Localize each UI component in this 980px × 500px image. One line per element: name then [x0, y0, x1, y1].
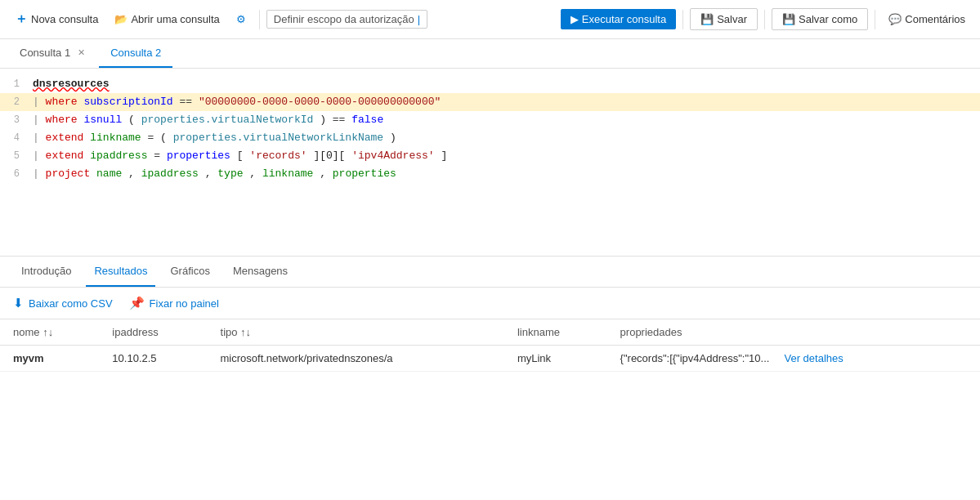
cell-propriedades-spacer — [772, 352, 781, 364]
tab-consulta2[interactable]: Consulta 2 — [99, 39, 172, 68]
col-header-nome[interactable]: nome ↑↓ — [0, 319, 99, 346]
download-csv-button[interactable]: ⬇ Baixar como CSV — [13, 296, 113, 310]
query-tabs-bar: Consulta 1 ✕ Consulta 2 — [0, 39, 980, 69]
settings-button[interactable]: ⚙ — [230, 10, 253, 29]
results-tab-graficos[interactable]: Gráficos — [162, 257, 217, 287]
editor-line-3: 3 | where isnull ( properties.virtualNet… — [0, 111, 980, 129]
proj-ipaddress: ipaddress — [141, 167, 199, 180]
keyword-false: false — [351, 114, 383, 126]
download-csv-label: Baixar como CSV — [29, 297, 113, 310]
pin-panel-button[interactable]: 📌 Fixar no painel — [129, 296, 219, 310]
results-tab-graficos-label: Gráficos — [170, 265, 209, 277]
col-header-ipaddress[interactable]: ipaddress — [99, 319, 207, 346]
table-row: myvm 10.10.2.5 microsoft.network/private… — [0, 346, 980, 372]
results-actions-bar: ⬇ Baixar como CSV 📌 Fixar no painel — [0, 288, 980, 319]
results-tab-resultados-label: Resultados — [94, 265, 147, 277]
open-query-button[interactable]: 📂 Abrir uma consulta — [108, 10, 226, 29]
proj-properties: properties — [333, 167, 396, 180]
keyword-subscriptionId: subscriptionId — [83, 96, 172, 108]
line-content-3: | where isnull ( properties.virtualNetwo… — [33, 111, 980, 129]
gear-icon: ⚙ — [236, 13, 246, 25]
cell-nome: myvm — [0, 346, 99, 372]
line-content-5: | extend ipaddress = properties [ 'recor… — [33, 147, 980, 165]
pin-panel-label: Fixar no painel — [150, 297, 219, 310]
str-ipv4: 'ipv4Address' — [351, 150, 434, 162]
toolbar-divider-4 — [875, 10, 875, 29]
scope-cursor: | — [418, 13, 420, 25]
ver-detalhes-link[interactable]: Ver detalhes — [784, 352, 843, 364]
str-records: 'records' — [249, 150, 307, 162]
prop-virtualNetworkId: properties.virtualNetworkId — [141, 114, 314, 126]
line-content-1: dnsresources — [33, 75, 980, 93]
cell-propriedades-text: {"records":[{"ipv4Address":"10... — [620, 352, 770, 364]
open-query-label: Abrir uma consulta — [131, 13, 219, 25]
new-query-button[interactable]: ＋ Nova consulta — [8, 7, 105, 31]
toolbar: ＋ Nova consulta 📂 Abrir uma consulta ⚙ D… — [0, 0, 980, 39]
string-guid: "00000000-0000-0000-0000-000000000000" — [199, 96, 441, 108]
editor-line-6: 6 | project name , ipaddress , type , li… — [0, 165, 980, 183]
run-icon: ▶ — [571, 13, 579, 25]
editor-line-1: 1 dnsresources — [0, 75, 980, 93]
results-tab-introducao[interactable]: Introdução — [13, 257, 79, 287]
toolbar-divider-3 — [764, 10, 765, 29]
tab2-label: Consulta 2 — [110, 47, 161, 59]
line-num-1: 1 — [0, 75, 33, 93]
download-icon: ⬇ — [13, 296, 24, 310]
tab1-label: Consulta 1 — [20, 47, 70, 59]
folder-icon: 📂 — [114, 13, 128, 25]
tab1-close-icon[interactable]: ✕ — [75, 47, 87, 59]
col-header-linkname[interactable]: linkname — [504, 319, 607, 346]
keyword-dnsresources: dnsresources — [33, 78, 110, 90]
query-editor[interactable]: 1 dnsresources 2 | where subscriptionId … — [0, 69, 980, 257]
prop-linkName: properties.virtualNetworkLinkName — [173, 132, 383, 144]
cell-propriedades: {"records":[{"ipv4Address":"10... Ver de… — [607, 346, 980, 372]
comments-label: Comentários — [905, 13, 965, 25]
scope-label: Definir escopo da autorização — [274, 13, 414, 25]
results-tab-resultados[interactable]: Resultados — [86, 257, 155, 287]
keyword-extend-2: extend — [46, 150, 84, 162]
save-icon: 💾 — [700, 13, 714, 25]
save-button[interactable]: 💾 Salvar — [690, 8, 758, 30]
results-area: Introdução Resultados Gráficos Mensagens… — [0, 257, 980, 500]
comments-icon: 💬 — [888, 13, 902, 25]
comments-button[interactable]: 💬 Comentários — [882, 10, 972, 29]
editor-line-4: 4 | extend linkname = ( properties.virtu… — [0, 129, 980, 147]
proj-type: type — [217, 167, 243, 180]
scope-selector[interactable]: Definir escopo da autorização | — [266, 10, 427, 29]
run-query-button[interactable]: ▶ Executar consulta — [561, 9, 676, 29]
keyword-properties-records: properties — [167, 150, 230, 162]
save-label: Salvar — [717, 13, 747, 25]
keyword-where-2: where — [46, 114, 78, 126]
results-tab-introducao-label: Introdução — [21, 265, 71, 277]
toolbar-divider-1 — [259, 10, 260, 29]
results-tab-mensagens[interactable]: Mensagens — [225, 257, 296, 287]
table-header-row: nome ↑↓ ipaddress tipo ↑↓ linkname propr… — [0, 319, 980, 346]
col-header-tipo[interactable]: tipo ↑↓ — [208, 319, 504, 346]
var-ipaddress: ipaddress — [90, 150, 147, 162]
plus-icon: ＋ — [15, 11, 28, 28]
line-content-2: | where subscriptionId == "00000000-0000… — [33, 93, 980, 111]
cell-ipaddress: 10.10.2.5 — [99, 346, 207, 372]
keyword-extend-1: extend — [46, 132, 84, 144]
save-as-button[interactable]: 💾 Salvar como — [772, 8, 868, 30]
run-label: Executar consulta — [582, 13, 666, 25]
results-tab-mensagens-label: Mensagens — [233, 265, 288, 277]
line-num-4: 4 — [0, 129, 33, 147]
tab-consulta1[interactable]: Consulta 1 ✕ — [8, 39, 99, 68]
col-header-propriedades[interactable]: propriedades — [607, 319, 980, 346]
proj-name: name — [96, 167, 122, 180]
line-content-4: | extend linkname = ( properties.virtual… — [33, 129, 980, 147]
line-num-6: 6 — [0, 165, 33, 183]
editor-line-5: 5 | extend ipaddress = properties [ 'rec… — [0, 147, 980, 165]
keyword-project: project — [46, 167, 91, 180]
var-linkname: linkname — [90, 132, 141, 144]
pin-icon: 📌 — [129, 296, 145, 310]
save-as-icon: 💾 — [782, 13, 795, 25]
results-tabs-bar: Introdução Resultados Gráficos Mensagens — [0, 257, 980, 288]
keyword-where-1: where — [46, 96, 78, 108]
new-query-label: Nova consulta — [31, 13, 98, 25]
keyword-isnull: isnull — [83, 114, 122, 126]
cell-tipo: microsoft.network/privatednszones/a — [208, 346, 504, 372]
proj-linkname: linkname — [262, 167, 313, 180]
editor-line-2: 2 | where subscriptionId == "00000000-00… — [0, 93, 980, 111]
